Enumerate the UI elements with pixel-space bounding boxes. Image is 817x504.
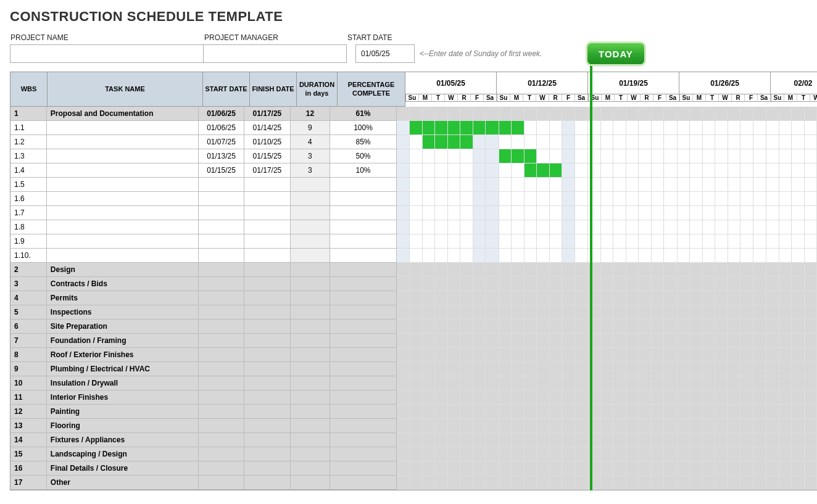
- cell-duration[interactable]: [291, 433, 331, 447]
- cell-wbs[interactable]: 4: [10, 291, 47, 305]
- table-row[interactable]: 1.8: [10, 220, 817, 234]
- cell-start[interactable]: [199, 291, 244, 305]
- table-row[interactable]: 1.401/15/2501/17/25310%: [10, 163, 817, 178]
- cell-task[interactable]: Other: [47, 476, 199, 490]
- table-row[interactable]: 1Proposal and Documentation01/06/2501/17…: [10, 107, 817, 121]
- cell-finish[interactable]: 01/14/25: [244, 121, 290, 135]
- cell-start[interactable]: [199, 390, 244, 405]
- cell-finish[interactable]: [244, 433, 290, 447]
- cell-start[interactable]: [199, 192, 244, 206]
- cell-pct[interactable]: [330, 376, 397, 390]
- cell-finish[interactable]: [244, 291, 290, 305]
- cell-pct[interactable]: [330, 291, 397, 305]
- cell-finish[interactable]: [244, 206, 290, 220]
- table-row[interactable]: 9Plumbing / Electrical / HVAC: [10, 362, 817, 376]
- cell-pct[interactable]: [330, 390, 397, 405]
- cell-pct[interactable]: [330, 476, 397, 490]
- cell-task[interactable]: [47, 178, 199, 192]
- cell-pct[interactable]: [330, 320, 397, 334]
- cell-duration[interactable]: [291, 234, 331, 249]
- cell-wbs[interactable]: 17: [10, 476, 47, 490]
- cell-finish[interactable]: 01/10/25: [244, 135, 290, 149]
- cell-duration[interactable]: [291, 305, 331, 320]
- cell-task[interactable]: Final Details / Closure: [47, 461, 199, 476]
- cell-start[interactable]: [199, 249, 244, 263]
- cell-finish[interactable]: [244, 192, 290, 206]
- cell-start[interactable]: 01/15/25: [199, 163, 244, 178]
- cell-duration[interactable]: [291, 405, 331, 419]
- cell-duration[interactable]: [291, 461, 331, 476]
- cell-wbs[interactable]: 15: [10, 447, 47, 461]
- cell-duration[interactable]: [291, 220, 331, 234]
- cell-finish[interactable]: [244, 305, 290, 320]
- cell-pct[interactable]: [330, 348, 397, 362]
- cell-task[interactable]: [47, 163, 199, 178]
- cell-start[interactable]: [199, 178, 244, 192]
- cell-wbs[interactable]: 1.4: [10, 163, 47, 178]
- cell-duration[interactable]: [291, 476, 331, 490]
- cell-pct[interactable]: [330, 305, 397, 320]
- cell-task[interactable]: [47, 135, 199, 149]
- cell-start[interactable]: [199, 206, 244, 220]
- cell-pct[interactable]: [330, 206, 397, 220]
- cell-start[interactable]: [199, 234, 244, 249]
- cell-start[interactable]: 01/07/25: [199, 135, 244, 149]
- cell-pct[interactable]: [330, 362, 397, 376]
- cell-start[interactable]: [199, 348, 244, 362]
- cell-duration[interactable]: 4: [291, 135, 331, 149]
- cell-finish[interactable]: [244, 320, 290, 334]
- cell-wbs[interactable]: 1.1: [10, 121, 47, 135]
- cell-wbs[interactable]: 1.9: [10, 234, 47, 249]
- table-row[interactable]: 1.101/06/2501/14/259100%: [10, 121, 817, 135]
- cell-wbs[interactable]: 16: [10, 461, 47, 476]
- cell-finish[interactable]: [244, 178, 290, 192]
- cell-pct[interactable]: 50%: [330, 149, 397, 163]
- table-row[interactable]: 2Design: [10, 263, 817, 277]
- cell-start[interactable]: [199, 405, 244, 419]
- cell-pct[interactable]: [330, 234, 397, 249]
- cell-task[interactable]: [47, 249, 199, 263]
- cell-task[interactable]: [47, 206, 199, 220]
- cell-start[interactable]: 01/13/25: [199, 149, 244, 163]
- cell-task[interactable]: Flooring: [47, 419, 199, 433]
- cell-wbs[interactable]: 1.3: [10, 149, 47, 163]
- cell-start[interactable]: 01/06/25: [199, 107, 244, 121]
- cell-finish[interactable]: [244, 376, 290, 390]
- start-date-input[interactable]: 01/05/25: [355, 44, 415, 63]
- cell-duration[interactable]: [291, 447, 331, 461]
- cell-finish[interactable]: [244, 249, 290, 263]
- cell-wbs[interactable]: 2: [10, 263, 47, 277]
- cell-finish[interactable]: [244, 234, 290, 249]
- cell-wbs[interactable]: 14: [10, 433, 47, 447]
- cell-wbs[interactable]: 1.5: [10, 178, 47, 192]
- cell-pct[interactable]: [330, 249, 397, 263]
- cell-task[interactable]: [47, 234, 199, 249]
- cell-pct[interactable]: [330, 263, 397, 277]
- cell-duration[interactable]: [291, 206, 331, 220]
- cell-start[interactable]: [199, 277, 244, 291]
- cell-start[interactable]: [199, 305, 244, 320]
- cell-duration[interactable]: [291, 419, 331, 433]
- table-row[interactable]: 1.201/07/2501/10/25485%: [10, 135, 817, 149]
- cell-finish[interactable]: [244, 362, 290, 376]
- project-name-input[interactable]: [10, 44, 204, 63]
- table-row[interactable]: 11Interior Finishes: [10, 390, 817, 405]
- cell-task[interactable]: [47, 121, 199, 135]
- cell-start[interactable]: [199, 376, 244, 390]
- table-row[interactable]: 7Foundation / Framing: [10, 334, 817, 348]
- cell-wbs[interactable]: 1.7: [10, 206, 47, 220]
- table-row[interactable]: 1.5: [10, 178, 817, 192]
- cell-task[interactable]: Fixtures / Appliances: [47, 433, 199, 447]
- cell-task[interactable]: Plumbing / Electrical / HVAC: [47, 362, 199, 376]
- table-row[interactable]: 1.10.: [10, 249, 817, 263]
- table-row[interactable]: 13Flooring: [10, 419, 817, 433]
- table-row[interactable]: 8Roof / Exterior Finishes: [10, 348, 817, 362]
- cell-wbs[interactable]: 8: [10, 348, 47, 362]
- cell-task[interactable]: Roof / Exterior Finishes: [47, 348, 199, 362]
- cell-pct[interactable]: [330, 419, 397, 433]
- cell-task[interactable]: Permits: [47, 291, 199, 305]
- cell-task[interactable]: Insulation / Drywall: [47, 376, 199, 390]
- cell-finish[interactable]: [244, 390, 290, 405]
- cell-start[interactable]: [199, 220, 244, 234]
- cell-wbs[interactable]: 1.6: [10, 192, 47, 206]
